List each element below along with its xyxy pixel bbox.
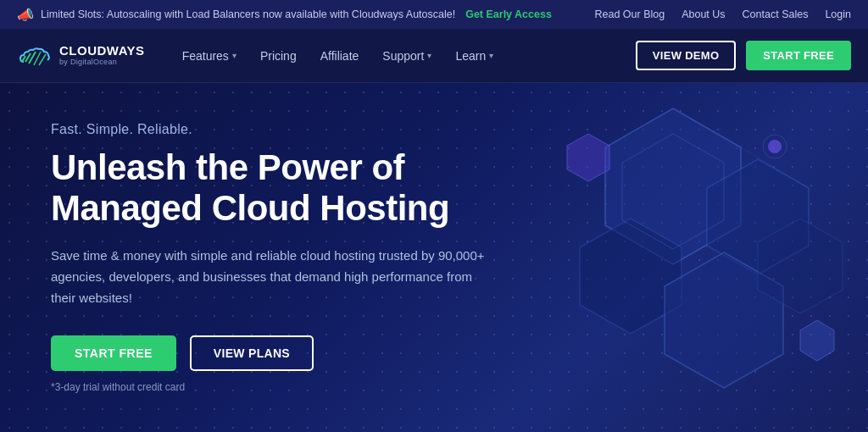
hero-title: Unleash the Power of Managed Cloud Hosti… <box>51 147 492 230</box>
brand-name: CLOUDWAYS <box>59 44 145 58</box>
get-early-access-link[interactable]: Get Early Access <box>465 8 552 20</box>
affiliate-nav[interactable]: Affiliate <box>310 42 370 69</box>
brand-sub: by DigitalOcean <box>59 58 145 67</box>
hero-view-plans-button[interactable]: VIEW PLANS <box>190 335 314 371</box>
learn-nav[interactable]: Learn ▾ <box>445 42 504 69</box>
svg-marker-11 <box>800 320 834 361</box>
start-free-button[interactable]: START FREE <box>746 41 851 70</box>
nav-links: Features ▾ Pricing Affiliate Support ▾ L… <box>172 42 504 69</box>
announcement-icon: 📣 <box>17 7 34 23</box>
login-link[interactable]: Login <box>825 8 851 20</box>
hero-start-free-button[interactable]: START FREE <box>51 335 176 371</box>
view-demo-button[interactable]: VIEW DEMO <box>636 41 737 70</box>
svg-line-4 <box>39 54 46 65</box>
announcement-message: Limited Slots: Autoscaling with Load Bal… <box>41 8 455 20</box>
hero-buttons: START FREE VIEW PLANS <box>51 335 492 371</box>
features-chevron-icon: ▾ <box>232 51 236 60</box>
hero-content: Fast. Simple. Reliable. Unleash the Powe… <box>0 122 542 394</box>
announcement-left: 📣 Limited Slots: Autoscaling with Load B… <box>17 7 552 23</box>
support-nav[interactable]: Support ▾ <box>372 42 442 69</box>
read-blog-link[interactable]: Read Our Blog <box>594 8 665 20</box>
pricing-nav[interactable]: Pricing <box>250 42 307 69</box>
about-us-link[interactable]: About Us <box>682 8 725 20</box>
learn-chevron-icon: ▾ <box>489 51 493 60</box>
announcement-right: Read Our Blog About Us Contact Sales Log… <box>594 8 851 20</box>
navbar: CLOUDWAYS by DigitalOcean Features ▾ Pri… <box>0 29 868 83</box>
logo[interactable]: CLOUDWAYS by DigitalOcean <box>17 43 145 69</box>
logo-text: CLOUDWAYS by DigitalOcean <box>59 44 145 66</box>
features-nav[interactable]: Features ▾ <box>172 42 247 69</box>
hero-description: Save time & money with simple and reliab… <box>51 246 492 308</box>
hero-tagline: Fast. Simple. Reliable. <box>51 122 492 137</box>
svg-point-12 <box>768 140 782 153</box>
trial-note: *3-day trial without credit card <box>51 381 492 393</box>
logo-icon <box>17 43 53 69</box>
support-chevron-icon: ▾ <box>427 51 431 60</box>
contact-sales-link[interactable]: Contact Sales <box>743 8 809 20</box>
announcement-bar: 📣 Limited Slots: Autoscaling with Load B… <box>0 0 868 29</box>
navbar-left: CLOUDWAYS by DigitalOcean Features ▾ Pri… <box>17 42 504 69</box>
hero-section: Fast. Simple. Reliable. Unleash the Powe… <box>0 83 868 432</box>
svg-line-0 <box>22 56 25 62</box>
svg-marker-10 <box>567 134 609 181</box>
navbar-right: VIEW DEMO START FREE <box>636 41 851 70</box>
